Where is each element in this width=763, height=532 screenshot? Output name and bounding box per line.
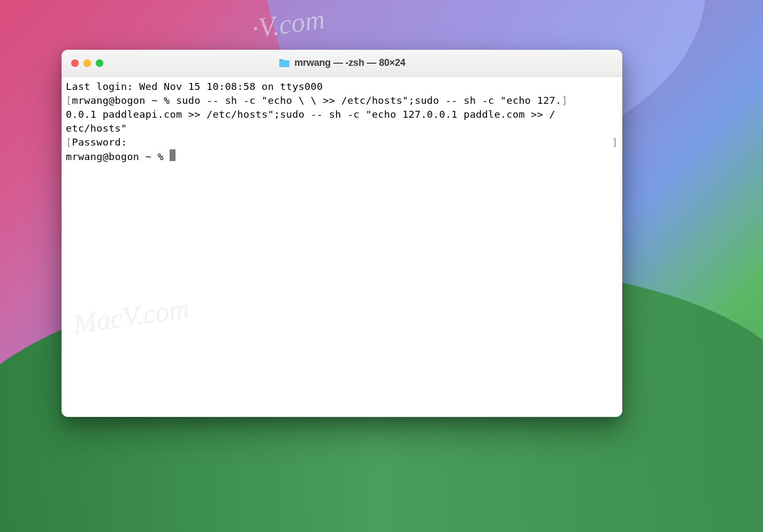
title-content: mrwang — -zsh — 80×24 xyxy=(278,57,405,69)
window-title-bar[interactable]: mrwang — -zsh — 80×24 xyxy=(62,50,622,77)
bracket-close: ] xyxy=(562,95,568,106)
password-prompt: Password: xyxy=(72,136,127,148)
terminal-content[interactable]: Last login: Wed Nov 15 10:08:58 on ttys0… xyxy=(62,77,622,417)
window-title: mrwang — -zsh — 80×24 xyxy=(294,57,405,69)
terminal-line-password: [Password:] xyxy=(66,135,618,149)
folder-icon xyxy=(278,58,290,68)
window-controls xyxy=(62,59,103,67)
command-text: sudo -- sh -c "echo \ \ >> /etc/hosts";s… xyxy=(176,95,562,106)
bracket-close: ] xyxy=(612,135,618,149)
close-button[interactable] xyxy=(71,59,79,67)
terminal-window: mrwang — -zsh — 80×24 Last login: Wed No… xyxy=(62,50,622,417)
minimize-button[interactable] xyxy=(83,59,91,67)
bracket-open: [ xyxy=(66,136,72,148)
prompt-text: mrwang@bogon ~ % xyxy=(72,95,176,106)
terminal-line-command-cont: etc/hosts" xyxy=(66,121,618,135)
maximize-button[interactable] xyxy=(96,59,103,67)
terminal-line-prompt: mrwang@bogon ~ % xyxy=(66,149,618,164)
bracket-open: [ xyxy=(66,95,72,106)
terminal-line-command: [mrwang@bogon ~ % sudo -- sh -c "echo \ … xyxy=(66,94,618,108)
terminal-line-login: Last login: Wed Nov 15 10:08:58 on ttys0… xyxy=(66,80,618,94)
terminal-line-command-cont: 0.0.1 paddleapi.com >> /etc/hosts";sudo … xyxy=(66,108,618,121)
prompt-text: mrwang@bogon ~ % xyxy=(66,151,170,162)
cursor-icon xyxy=(170,149,176,161)
